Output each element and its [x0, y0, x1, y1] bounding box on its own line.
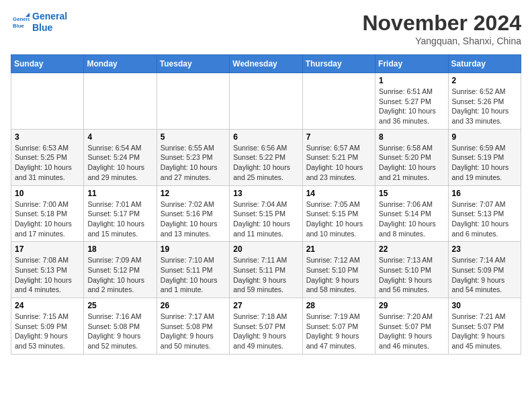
calendar-cell: 11Sunrise: 7:01 AM Sunset: 5:17 PM Dayli…: [84, 185, 157, 242]
calendar-cell: 20Sunrise: 7:11 AM Sunset: 5:11 PM Dayli…: [230, 242, 302, 298]
day-info: Sunrise: 6:54 AM Sunset: 5:24 PM Dayligh…: [87, 143, 152, 183]
day-number: 15: [379, 189, 444, 198]
calendar-cell: [230, 73, 302, 130]
weekday-header-friday: Friday: [375, 55, 448, 73]
day-number: 19: [161, 244, 226, 254]
calendar-cell: 12Sunrise: 7:02 AM Sunset: 5:16 PM Dayli…: [157, 185, 229, 242]
day-number: 3: [15, 132, 80, 142]
day-number: 28: [306, 301, 371, 310]
day-info: Sunrise: 7:01 AM Sunset: 5:17 PM Dayligh…: [87, 199, 152, 239]
day-number: 30: [452, 301, 517, 310]
day-number: 20: [233, 244, 298, 254]
calendar-cell: 1Sunrise: 6:51 AM Sunset: 5:27 PM Daylig…: [375, 73, 448, 130]
logo-line2: Blue: [32, 22, 52, 33]
logo-text: General Blue: [32, 11, 67, 34]
day-info: Sunrise: 7:10 AM Sunset: 5:11 PM Dayligh…: [161, 255, 226, 295]
day-number: 11: [87, 189, 152, 198]
weekday-header-tuesday: Tuesday: [157, 55, 229, 73]
day-info: Sunrise: 7:19 AM Sunset: 5:07 PM Dayligh…: [306, 312, 371, 351]
day-info: Sunrise: 7:13 AM Sunset: 5:10 PM Dayligh…: [379, 255, 444, 295]
weekday-header-row: SundayMondayTuesdayWednesdayThursdayFrid…: [11, 55, 521, 73]
day-number: 24: [15, 301, 80, 310]
day-number: 23: [452, 244, 517, 254]
logo: General Blue General Blue: [11, 11, 67, 34]
day-info: Sunrise: 6:51 AM Sunset: 5:27 PM Dayligh…: [379, 87, 444, 126]
calendar-cell: 28Sunrise: 7:19 AM Sunset: 5:07 PM Dayli…: [302, 298, 375, 355]
day-info: Sunrise: 7:11 AM Sunset: 5:11 PM Dayligh…: [233, 255, 298, 295]
day-number: 6: [233, 132, 298, 142]
day-info: Sunrise: 6:52 AM Sunset: 5:26 PM Dayligh…: [452, 87, 517, 126]
calendar-cell: 25Sunrise: 7:16 AM Sunset: 5:08 PM Dayli…: [84, 298, 157, 355]
day-info: Sunrise: 7:09 AM Sunset: 5:12 PM Dayligh…: [87, 255, 152, 295]
calendar-cell: 17Sunrise: 7:08 AM Sunset: 5:13 PM Dayli…: [11, 242, 84, 298]
calendar-cell: 9Sunrise: 6:59 AM Sunset: 5:19 PM Daylig…: [448, 129, 521, 185]
day-number: 10: [15, 189, 80, 198]
calendar-cell: 4Sunrise: 6:54 AM Sunset: 5:24 PM Daylig…: [84, 129, 157, 185]
calendar-cell: 24Sunrise: 7:15 AM Sunset: 5:09 PM Dayli…: [11, 298, 84, 355]
day-number: 8: [379, 132, 444, 142]
day-number: 4: [87, 132, 152, 142]
day-info: Sunrise: 7:05 AM Sunset: 5:15 PM Dayligh…: [306, 199, 371, 239]
week-row-5: 24Sunrise: 7:15 AM Sunset: 5:09 PM Dayli…: [11, 298, 521, 355]
day-number: 1: [379, 76, 444, 85]
day-info: Sunrise: 7:08 AM Sunset: 5:13 PM Dayligh…: [15, 255, 80, 295]
day-info: Sunrise: 7:16 AM Sunset: 5:08 PM Dayligh…: [87, 312, 152, 351]
day-info: Sunrise: 7:20 AM Sunset: 5:07 PM Dayligh…: [379, 312, 444, 351]
calendar-cell: 6Sunrise: 6:56 AM Sunset: 5:22 PM Daylig…: [230, 129, 302, 185]
day-info: Sunrise: 6:59 AM Sunset: 5:19 PM Dayligh…: [452, 143, 517, 183]
calendar-cell: 23Sunrise: 7:14 AM Sunset: 5:09 PM Dayli…: [448, 242, 521, 298]
weekday-header-sunday: Sunday: [11, 55, 84, 73]
day-info: Sunrise: 7:02 AM Sunset: 5:16 PM Dayligh…: [161, 199, 226, 239]
day-number: 12: [161, 189, 226, 198]
day-info: Sunrise: 7:18 AM Sunset: 5:07 PM Dayligh…: [233, 312, 298, 351]
calendar-cell: 15Sunrise: 7:06 AM Sunset: 5:14 PM Dayli…: [375, 185, 448, 242]
day-number: 13: [233, 189, 298, 198]
calendar-cell: 7Sunrise: 6:57 AM Sunset: 5:21 PM Daylig…: [302, 129, 375, 185]
day-info: Sunrise: 7:15 AM Sunset: 5:09 PM Dayligh…: [15, 312, 80, 351]
calendar-cell: 22Sunrise: 7:13 AM Sunset: 5:10 PM Dayli…: [375, 242, 448, 298]
day-number: 16: [452, 189, 517, 198]
calendar-cell: 8Sunrise: 6:58 AM Sunset: 5:20 PM Daylig…: [375, 129, 448, 185]
day-info: Sunrise: 7:04 AM Sunset: 5:15 PM Dayligh…: [233, 199, 298, 239]
weekday-header-thursday: Thursday: [302, 55, 375, 73]
day-number: 7: [306, 132, 371, 142]
calendar-cell: 30Sunrise: 7:21 AM Sunset: 5:07 PM Dayli…: [448, 298, 521, 355]
weekday-header-wednesday: Wednesday: [230, 55, 302, 73]
week-row-1: 1Sunrise: 6:51 AM Sunset: 5:27 PM Daylig…: [11, 73, 521, 130]
calendar-cell: 10Sunrise: 7:00 AM Sunset: 5:18 PM Dayli…: [11, 185, 84, 242]
day-number: 25: [87, 301, 152, 310]
calendar-cell: 27Sunrise: 7:18 AM Sunset: 5:07 PM Dayli…: [230, 298, 302, 355]
day-info: Sunrise: 7:21 AM Sunset: 5:07 PM Dayligh…: [452, 312, 517, 351]
week-row-4: 17Sunrise: 7:08 AM Sunset: 5:13 PM Dayli…: [11, 242, 521, 298]
day-number: 22: [379, 244, 444, 254]
day-info: Sunrise: 7:12 AM Sunset: 5:10 PM Dayligh…: [306, 255, 371, 295]
calendar-cell: 14Sunrise: 7:05 AM Sunset: 5:15 PM Dayli…: [302, 185, 375, 242]
day-number: 14: [306, 189, 371, 198]
logo-icon: General Blue: [11, 13, 30, 32]
title-block: November 2024 Yangquan, Shanxi, China: [362, 11, 521, 46]
weekday-header-monday: Monday: [84, 55, 157, 73]
calendar-cell: [11, 73, 84, 130]
day-info: Sunrise: 7:07 AM Sunset: 5:13 PM Dayligh…: [452, 199, 517, 239]
day-info: Sunrise: 6:57 AM Sunset: 5:21 PM Dayligh…: [306, 143, 371, 183]
calendar-cell: 19Sunrise: 7:10 AM Sunset: 5:11 PM Dayli…: [157, 242, 229, 298]
day-number: 2: [452, 76, 517, 85]
day-info: Sunrise: 7:00 AM Sunset: 5:18 PM Dayligh…: [15, 199, 80, 239]
day-number: 27: [233, 301, 298, 310]
page-header: General Blue General Blue November 2024 …: [11, 11, 521, 46]
day-number: 17: [15, 244, 80, 254]
calendar-cell: 3Sunrise: 6:53 AM Sunset: 5:25 PM Daylig…: [11, 129, 84, 185]
calendar-cell: [157, 73, 229, 130]
week-row-3: 10Sunrise: 7:00 AM Sunset: 5:18 PM Dayli…: [11, 185, 521, 242]
day-info: Sunrise: 6:53 AM Sunset: 5:25 PM Dayligh…: [15, 143, 80, 183]
calendar-cell: 5Sunrise: 6:55 AM Sunset: 5:23 PM Daylig…: [157, 129, 229, 185]
day-info: Sunrise: 6:56 AM Sunset: 5:22 PM Dayligh…: [233, 143, 298, 183]
calendar-cell: [302, 73, 375, 130]
calendar-cell: [84, 73, 157, 130]
calendar-cell: 29Sunrise: 7:20 AM Sunset: 5:07 PM Dayli…: [375, 298, 448, 355]
day-number: 26: [161, 301, 226, 310]
weekday-header-saturday: Saturday: [448, 55, 521, 73]
svg-text:Blue: Blue: [13, 23, 25, 29]
calendar-cell: 21Sunrise: 7:12 AM Sunset: 5:10 PM Dayli…: [302, 242, 375, 298]
day-number: 9: [452, 132, 517, 142]
